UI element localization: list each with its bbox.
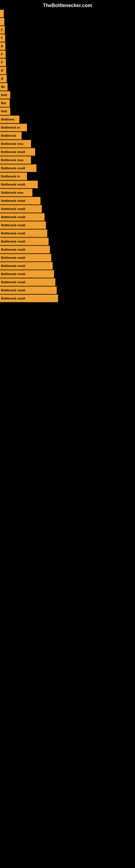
bar-label: F: [0, 51, 6, 58]
site-title: TheBottlenecker.com: [0, 0, 135, 10]
bar-label: Bottleneck result: [0, 148, 35, 156]
bar-label: Bo: [0, 83, 8, 91]
bar-item: [0, 10, 135, 18]
bar-item: Bottleneck result: [0, 286, 135, 294]
bar-item: F: [0, 51, 135, 58]
bar-label: Bottleneck re: [0, 173, 27, 180]
bar-label: Bottleneck result: [0, 246, 50, 253]
bar-item: Bottleneck re: [0, 173, 135, 180]
bar-item: Bottleneck result: [0, 205, 135, 213]
bar-item: Bottleneck result: [0, 246, 135, 253]
bar-label: F: [0, 26, 5, 34]
bar-label: [0, 18, 4, 26]
bar-item: Bottleneck result: [0, 262, 135, 270]
bar-item: Bottleneck resu: [0, 156, 135, 164]
bar-item: Bottleneck result: [0, 294, 135, 302]
bar-item: Bott: [0, 107, 135, 115]
bar-label: B: [0, 67, 6, 74]
bar-label: Bottleneck result: [0, 164, 37, 172]
bar-label: Bottleneck resu: [0, 156, 31, 164]
bar-label: Bottleneck result: [0, 205, 42, 213]
bar-item: B: [0, 67, 135, 74]
bar-item: Bottleneck resu: [0, 189, 135, 196]
bar-item: Bottleneck result: [0, 278, 135, 286]
bar-item: Bottleneck re: [0, 124, 135, 131]
bar-label: Bottleneck resu: [0, 189, 32, 196]
bar-label: F: [0, 34, 5, 42]
bar-label: [0, 10, 4, 18]
bar-item: B: [0, 75, 135, 83]
bar-item: Bottleneck result: [0, 221, 135, 229]
bar-label: Bottleneck result: [0, 229, 47, 237]
bar-item: Bott: [0, 91, 135, 99]
bar-item: Bottleneck result: [0, 164, 135, 172]
bar-item: Bottleneck resu: [0, 140, 135, 148]
bar-item: Bottleneck result: [0, 238, 135, 245]
bar-label: Bottleneck result: [0, 278, 55, 286]
bar-item: Bottleneck result: [0, 148, 135, 156]
bar-label: B: [0, 75, 7, 83]
bar-item: Bottleneck result: [0, 254, 135, 261]
bar-label: Bot: [0, 99, 10, 107]
bar-item: Bottleneck result: [0, 197, 135, 205]
bar-label: Bottleneck resu: [0, 140, 31, 148]
bar-label: F: [0, 59, 6, 66]
bar-item: Bottleneck: [0, 132, 135, 140]
bar-chart: FFBFFBBBoBottBotBottBottlenecBottleneck …: [0, 10, 135, 302]
bar-item: B: [0, 42, 135, 50]
bar-item: Bo: [0, 83, 135, 91]
bar-label: Bottleneck re: [0, 124, 27, 131]
bar-item: Bottleneck result: [0, 213, 135, 221]
bar-label: Bottleneck result: [0, 213, 45, 221]
bar-label: B: [0, 42, 5, 50]
bar-item: Bottleneck result: [0, 181, 135, 188]
bar-item: F: [0, 59, 135, 66]
bar-label: Bottleneck result: [0, 254, 51, 261]
bar-label: Bottleneck result: [0, 181, 38, 188]
bar-item: Bottleneck result: [0, 229, 135, 237]
bar-item: F: [0, 26, 135, 34]
bar-label: Bott: [0, 91, 10, 99]
bar-label: Bottleneck result: [0, 238, 49, 245]
bar-label: Bottleneck result: [0, 270, 54, 278]
bar-label: Bottleneck result: [0, 221, 46, 229]
bar-item: Bottleneck result: [0, 270, 135, 278]
bar-label: Bottleneck result: [0, 262, 53, 270]
bar-label: Bott: [0, 107, 10, 115]
bar-item: Bot: [0, 99, 135, 107]
bar-item: F: [0, 34, 135, 42]
bar-item: [0, 18, 135, 26]
bar-label: Bottleneck result: [0, 294, 58, 302]
bar-label: Bottleneck result: [0, 197, 41, 205]
bar-label: Bottlenec: [0, 116, 19, 123]
bar-label: Bottleneck result: [0, 286, 57, 294]
bar-label: Bottleneck: [0, 132, 21, 140]
bar-item: Bottlenec: [0, 116, 135, 123]
